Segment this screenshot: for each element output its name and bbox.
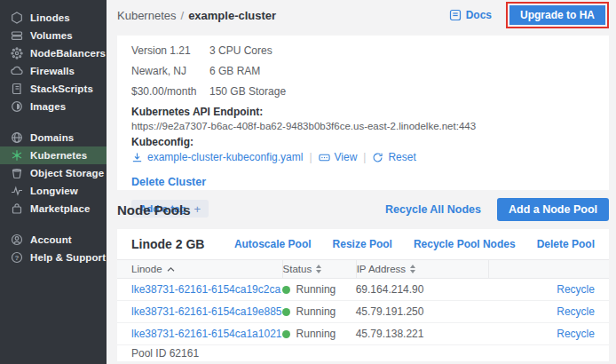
node-link[interactable]: lke38731-62161-6154ca1a1021	[117, 328, 282, 340]
kubeconfig-reset-link[interactable]: Reset	[372, 151, 415, 163]
sidebar-item-object-storage[interactable]: Object Storage	[0, 164, 107, 182]
breadcrumb-current: example-cluster	[188, 9, 276, 22]
status-text: Running	[296, 283, 336, 296]
table-header: Linode Status IP Address	[117, 259, 609, 279]
sidebar-item-label: Longview	[30, 186, 78, 196]
recycle-node-link[interactable]: Recycle	[557, 328, 595, 340]
docs-icon	[449, 9, 462, 21]
breadcrumb-separator: /	[181, 9, 185, 22]
docs-link[interactable]: Docs	[449, 9, 492, 21]
autoscale-pool-link[interactable]: Autoscale Pool	[234, 238, 312, 250]
ip-address: 69.164.214.90	[356, 283, 489, 296]
download-icon	[131, 152, 143, 163]
sidebar-item-longview[interactable]: Longview	[0, 182, 107, 200]
domains-icon	[11, 131, 23, 144]
column-header-linode[interactable]: Linode	[117, 260, 282, 278]
app-window: Linodes Volumes NodeBalancers Firewalls …	[0, 0, 616, 364]
kubeconfig-view-link[interactable]: View	[319, 151, 358, 163]
marketplace-icon	[11, 202, 23, 215]
status-text: Running	[296, 305, 336, 318]
kubernetes-icon	[11, 149, 23, 162]
summary-row: Version 1.21 3 CPU Cores	[131, 44, 595, 57]
column-header-status[interactable]: Status	[282, 260, 356, 278]
view-label: View	[335, 151, 358, 163]
node-link[interactable]: lke38731-62161-6154ca19c2ca	[117, 283, 282, 296]
recycle-pool-nodes-link[interactable]: Recycle Pool Nodes	[414, 238, 516, 250]
sidebar-item-nodebalancers[interactable]: NodeBalancers	[0, 44, 107, 62]
ip-address: 45.79.138.221	[356, 328, 489, 340]
column-label: Linode	[131, 264, 162, 274]
breadcrumb-kubernetes-link[interactable]: Kubernetes	[117, 9, 177, 22]
pool-id: Pool ID 62161	[117, 345, 609, 361]
account-icon	[11, 233, 23, 246]
node-pool-card: Linode 2 GB Autoscale Pool Resize Pool R…	[117, 229, 609, 361]
sort-ascending-icon	[167, 264, 175, 274]
sidebar-group-services: Domains Kubernetes Object Storage Longvi…	[0, 129, 107, 218]
sidebar-item-label: Kubernetes	[30, 150, 87, 161]
column-header-actions	[488, 260, 609, 278]
recycle-node-link[interactable]: Recycle	[557, 305, 595, 318]
linodes-icon	[11, 12, 23, 24]
column-label: IP Address	[357, 264, 406, 274]
cluster-storage: 150 GB Storage	[209, 85, 286, 98]
sidebar-item-label: Images	[30, 101, 66, 112]
status-running-dot-icon	[282, 330, 290, 338]
sidebar-item-linodes[interactable]: Linodes	[0, 9, 107, 27]
table-row: lke38731-62161-6154ca1a1021 Running 45.7…	[117, 323, 609, 345]
sidebar-item-label: Firewalls	[30, 66, 75, 76]
firewalls-icon	[11, 65, 23, 77]
sidebar-item-label: Volumes	[30, 30, 73, 41]
pool-actions: Autoscale Pool Resize Pool Recycle Pool …	[234, 238, 595, 250]
delete-cluster-button[interactable]: Delete Cluster	[131, 175, 206, 189]
sidebar-item-label: Object Storage	[30, 168, 104, 178]
sidebar-group-compute: Linodes Volumes NodeBalancers Firewalls …	[0, 9, 107, 115]
sidebar-item-help-support[interactable]: ? Help & Support	[0, 249, 107, 266]
sort-icon	[316, 265, 321, 273]
sidebar-item-label: Marketplace	[30, 203, 91, 214]
sidebar-item-images[interactable]: Images	[0, 98, 107, 115]
cluster-summary-card: Version 1.21 3 CPU Cores Newark, NJ 6 GB…	[117, 36, 609, 190]
separator: |	[363, 151, 366, 163]
sidebar-item-account[interactable]: Account	[0, 231, 107, 249]
resize-pool-link[interactable]: Resize Pool	[333, 238, 392, 250]
view-icon	[319, 152, 330, 163]
sidebar-item-firewalls[interactable]: Firewalls	[0, 62, 107, 80]
volumes-icon	[11, 29, 23, 42]
sidebar-item-label: Help & Support	[30, 252, 106, 263]
sidebar-item-marketplace[interactable]: Marketplace	[0, 200, 107, 218]
sidebar-item-stackscripts[interactable]: StackScripts	[0, 80, 107, 98]
kubeconfig-label: Kubeconfig:	[131, 136, 595, 148]
sort-icon	[410, 265, 415, 273]
status-running-dot-icon	[282, 286, 290, 294]
main-content: Kubernetes/example-cluster Docs Upgrade …	[107, 0, 616, 364]
upgrade-to-ha-button[interactable]: Upgrade to HA	[509, 5, 605, 25]
recycle-node-link[interactable]: Recycle	[557, 283, 595, 296]
svg-text:?: ?	[15, 254, 20, 262]
ip-address: 45.79.191.250	[356, 305, 489, 318]
add-node-pool-button[interactable]: Add a Node Pool	[497, 198, 609, 221]
pool-card-header: Linode 2 GB Autoscale Pool Resize Pool R…	[117, 229, 609, 259]
pool-name: Linode 2 GB	[131, 237, 204, 251]
sidebar: Linodes Volumes NodeBalancers Firewalls …	[0, 0, 107, 364]
recycle-all-nodes-link[interactable]: Recycle All Nodes	[385, 203, 481, 216]
sidebar-group-account: Account ? Help & Support	[0, 231, 107, 266]
status-running-dot-icon	[282, 308, 290, 316]
kubeconfig-filename: example-cluster-kubeconfig.yaml	[147, 151, 303, 163]
node-pools-header: Node Pools Recycle All Nodes Add a Node …	[117, 190, 609, 229]
sidebar-item-volumes[interactable]: Volumes	[0, 27, 107, 44]
longview-icon	[11, 185, 23, 197]
sidebar-item-kubernetes[interactable]: Kubernetes	[0, 146, 107, 164]
column-header-ip-address[interactable]: IP Address	[356, 260, 489, 278]
help-icon: ?	[11, 251, 23, 264]
sidebar-item-domains[interactable]: Domains	[0, 129, 107, 146]
cluster-region: Newark, NJ	[131, 65, 209, 77]
node-link[interactable]: lke38731-62161-6154ca19e885	[117, 305, 282, 318]
object-storage-icon	[11, 167, 23, 179]
delete-pool-link[interactable]: Delete Pool	[537, 238, 595, 250]
sidebar-item-label: Account	[30, 234, 72, 245]
kubeconfig-download-link[interactable]: example-cluster-kubeconfig.yaml	[131, 151, 303, 163]
cluster-version: Version 1.21	[131, 44, 209, 57]
api-endpoint-label: Kubernetes API Endpoint:	[131, 106, 595, 118]
sidebar-item-label: Domains	[30, 132, 74, 143]
status-text: Running	[296, 328, 336, 340]
